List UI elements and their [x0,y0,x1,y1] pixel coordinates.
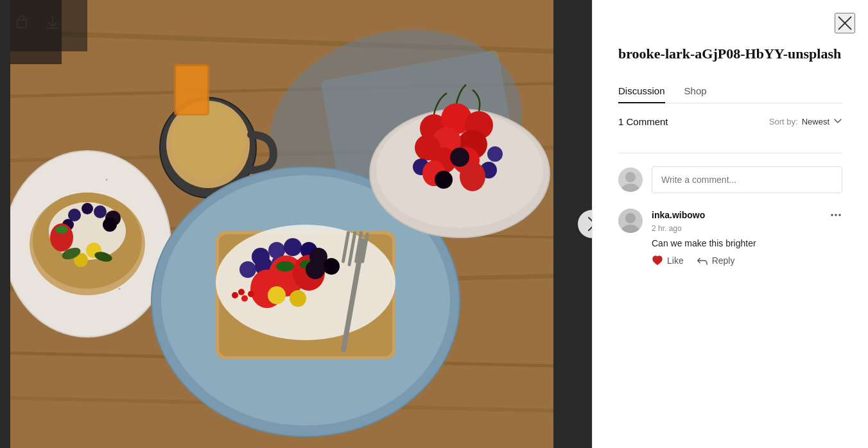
svg-point-57 [276,261,294,271]
download-icon[interactable] [44,13,62,31]
svg-point-81 [487,146,503,162]
svg-point-95 [625,213,636,223]
tab-shop[interactable]: Shop [684,79,707,103]
svg-point-23 [119,288,121,290]
image-panel [0,0,592,448]
svg-point-97 [831,214,833,216]
comment-meta: inka.wibowo [652,209,842,221]
right-panel: brooke-lark-aGjP08-HbYY-unsplash Discuss… [592,0,868,448]
svg-rect-90 [176,66,207,114]
comment-input[interactable] [652,166,842,193]
svg-point-53 [239,261,256,278]
svg-point-66 [232,292,238,298]
separator [618,153,842,153]
svg-point-29 [94,205,107,218]
image-area [0,0,592,448]
svg-point-83 [460,162,485,191]
next-arrow[interactable] [578,210,592,238]
reply-button[interactable]: Reply [697,255,735,266]
comment-item: inka.wibowo 2 hr. ago Can we make this b… [618,209,842,266]
svg-point-65 [306,260,325,279]
svg-point-68 [241,295,248,302]
toolbar [13,13,62,31]
svg-point-62 [290,290,306,307]
svg-point-32 [103,218,117,232]
comment-body: inka.wibowo 2 hr. ago Can we make this b… [652,209,842,266]
svg-point-67 [238,289,245,295]
commenter-name: inka.wibowo [652,210,705,220]
svg-point-28 [82,203,93,214]
image-title: brooke-lark-aGjP08-HbYY-unsplash [618,45,842,64]
svg-rect-2 [17,20,26,28]
more-options-button[interactable] [829,209,842,221]
svg-point-86 [435,171,453,189]
svg-point-98 [835,214,837,216]
svg-point-85 [450,148,469,167]
svg-point-61 [268,286,286,304]
svg-point-51 [284,238,302,256]
current-user-avatar [618,168,643,192]
tab-discussion[interactable]: Discussion [618,79,665,103]
comment-time: 2 hr. ago [652,224,842,233]
comment-actions: Like Reply [652,255,842,266]
tabs: Discussion Shop [618,79,842,103]
reply-icon [697,255,708,266]
sort-selector[interactable]: Sort by: Newest [769,117,842,126]
svg-point-69 [248,291,254,297]
like-button[interactable]: Like [652,255,684,266]
svg-point-34 [55,226,68,234]
svg-point-92 [625,172,636,182]
sort-prefix: Sort by: [769,117,798,126]
comment-header: 1 Comment Sort by: Newest [618,116,842,127]
sort-value: Newest [802,117,829,126]
svg-point-64 [323,258,340,275]
svg-point-21 [106,179,108,181]
svg-point-99 [838,214,841,216]
comment-input-row [618,166,842,193]
comment-text: Can we make this brighter [652,238,842,248]
commenter-avatar [618,209,643,233]
bag-icon[interactable] [13,13,31,31]
heart-icon [652,255,663,266]
comment-count: 1 Comment [618,116,668,127]
chevron-down-icon [833,117,842,126]
close-button[interactable] [835,13,855,33]
